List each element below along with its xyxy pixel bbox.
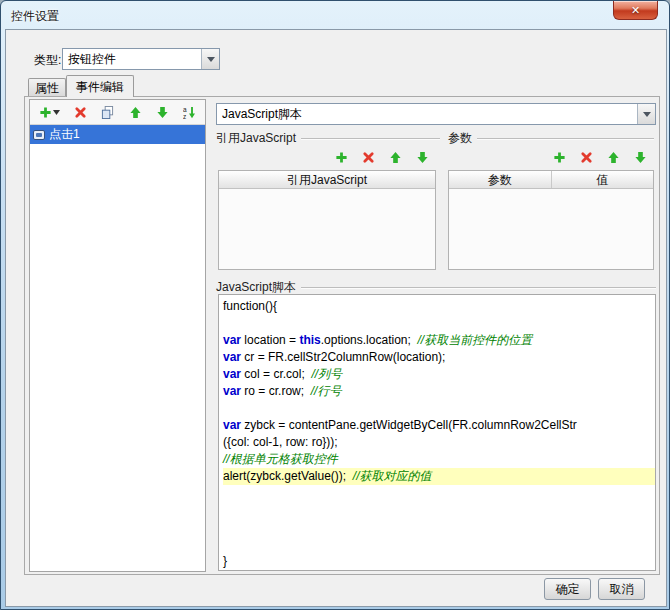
ref-js-toolbar [216,149,430,165]
code-line[interactable] [223,519,655,536]
x-icon [74,106,87,119]
code-token: //获取当前控件的位置 [417,333,532,347]
param-move-up-button[interactable] [606,150,621,165]
svg-text:z: z [183,112,186,118]
code-line[interactable] [223,502,655,519]
param-table-header-value[interactable]: 值 [552,171,654,188]
code-line[interactable]: function(){ [223,298,655,315]
arrow-down-icon [156,106,169,119]
arrow-up-icon [389,151,402,164]
close-button[interactable]: ✕ [613,1,658,20]
x-icon [580,151,593,164]
code-line[interactable]: var cr = FR.cellStr2ColumnRow(location); [223,349,655,366]
code-token: zybck = contentPane.getWidgetByCell(FR.c… [241,418,577,432]
code-token: } [223,554,227,568]
ref-move-up-button[interactable] [388,150,403,165]
plus-icon [335,151,348,164]
group-title-separator [301,287,656,289]
code-line[interactable]: var col = cr.col; //列号 [223,366,655,383]
code-token: var [223,333,241,347]
dialog-window: 控件设置 ✕ 类型: 按钮控件 属性 事件编辑 [0,0,670,610]
type-combobox[interactable]: 按钮控件 [62,48,220,70]
arrow-up-icon [129,106,142,119]
code-line[interactable]: } [223,553,655,570]
sort-events-button[interactable]: az [182,105,197,120]
code-token: var [223,418,241,432]
chevron-down-icon [643,112,651,121]
script-type-combobox-arrow[interactable] [637,104,655,124]
code-token: //获取对应的值 [353,469,432,483]
event-list-toolbar: az [30,100,205,125]
code-editor[interactable]: function(){ var location = this.options.… [218,294,656,571]
code-line[interactable]: alert(zybck.getValue()); //获取对应的值 [223,468,655,485]
delete-event-button[interactable] [73,105,88,120]
param-group-title: 参数 [448,130,654,147]
param-add-button[interactable] [552,150,567,165]
window-title: 控件设置 [11,8,59,25]
plus-icon [553,151,566,164]
code-line[interactable] [223,400,655,417]
group-title-separator [477,138,654,140]
code-line[interactable] [223,485,655,502]
code-token: var [223,350,241,364]
tab-properties[interactable]: 属性 [28,78,66,97]
code-line[interactable] [223,536,655,553]
code-line[interactable]: var zybck = contentPane.getWidgetByCell(… [223,417,655,434]
code-token: //根据单元格获取控件 [223,452,338,466]
code-token: ({col: col-1, row: ro})); [223,435,338,449]
param-table-header-param[interactable]: 参数 [449,171,552,188]
move-up-button[interactable] [128,105,143,120]
param-group-label: 参数 [448,130,472,147]
code-token: cr = FR.cellStr2ColumnRow(location); [241,350,445,364]
dialog-body: 类型: 按钮控件 属性 事件编辑 [5,29,667,607]
code-token: .options.location; [321,333,418,347]
script-type-combobox[interactable]: JavaScript脚本 [216,103,656,125]
code-token: alert(zybck.getValue()); [223,469,353,483]
param-table-header-row: 参数 值 [449,171,653,189]
ref-move-down-button[interactable] [415,150,430,165]
ok-button[interactable]: 确定 [544,578,591,600]
param-table-body[interactable] [449,189,653,269]
titlebar[interactable]: 控件设置 ✕ [1,1,669,29]
arrow-down-icon [416,151,429,164]
code-token: //列号 [311,367,342,381]
tab-event-edit[interactable]: 事件编辑 [66,75,134,97]
chevron-down-icon [207,57,215,66]
ref-js-table-body[interactable] [219,189,435,269]
event-list-item-click1[interactable]: 点击1 [30,125,205,144]
code-line[interactable]: ({col: col-1, row: ro})); [223,434,655,451]
ref-js-table-header[interactable]: 引用JavaScript [219,171,435,188]
code-token: //行号 [311,384,342,398]
button-widget-icon [33,129,45,141]
add-event-button[interactable] [38,105,61,120]
type-combobox-arrow[interactable] [201,49,219,69]
code-line[interactable]: //根据单元格获取控件 [223,451,655,468]
ref-delete-button[interactable] [361,150,376,165]
type-combobox-value: 按钮控件 [63,49,201,69]
close-icon: ✕ [631,5,640,16]
param-table: 参数 值 [448,170,654,270]
chevron-down-icon [53,110,60,115]
param-move-down-button[interactable] [633,150,648,165]
move-down-button[interactable] [155,105,170,120]
code-token: var [223,367,241,381]
code-token: col = cr.col; [241,367,311,381]
ref-add-button[interactable] [334,150,349,165]
code-token: location = [241,333,299,347]
ref-js-group-label: 引用JavaScript [216,130,296,147]
event-item-label: 点击1 [49,126,80,143]
code-line[interactable] [223,315,655,332]
type-label: 类型: [34,52,61,69]
param-toolbar [448,149,648,165]
arrow-down-icon [634,151,647,164]
code-line[interactable]: var location = this.options.location; //… [223,332,655,349]
code-line[interactable]: var ro = cr.row; //行号 [223,383,655,400]
copy-event-button[interactable] [100,105,115,120]
group-title-separator [301,138,440,140]
code-token: this [299,333,320,347]
arrow-up-icon [607,151,620,164]
x-icon [362,151,375,164]
event-list-panel: az 点击1 [29,99,206,572]
cancel-button[interactable]: 取消 [598,578,645,600]
param-delete-button[interactable] [579,150,594,165]
